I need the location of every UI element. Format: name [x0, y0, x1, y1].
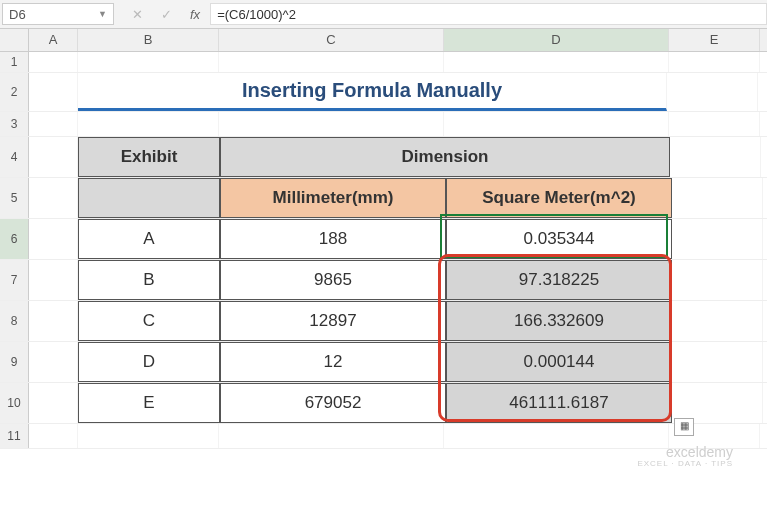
table-cell-mm[interactable]: 12897	[220, 301, 446, 341]
cell[interactable]	[672, 383, 763, 423]
cell[interactable]	[29, 301, 78, 341]
header-millimeter[interactable]: Millimeter(mm)	[220, 178, 446, 218]
name-box[interactable]: D6 ▼	[2, 3, 114, 25]
table-cell-sq[interactable]: 97.318225	[446, 260, 672, 300]
row-header[interactable]: 2	[0, 73, 29, 111]
cancel-icon[interactable]: ✕	[132, 7, 143, 22]
header-dimension[interactable]: Dimension	[220, 137, 670, 177]
col-header-a[interactable]: A	[29, 29, 78, 51]
cell[interactable]	[29, 52, 78, 72]
cell[interactable]	[672, 178, 763, 218]
cell[interactable]	[78, 112, 219, 136]
table-cell-mm[interactable]: 679052	[220, 383, 446, 423]
formula-input[interactable]: =(C6/1000)^2	[210, 3, 767, 25]
table-cell-mm[interactable]: 12	[220, 342, 446, 382]
cell[interactable]	[29, 424, 78, 448]
row-header[interactable]: 8	[0, 301, 29, 341]
autofill-options-icon[interactable]: ▦	[674, 418, 694, 436]
column-headers: A B C D E	[0, 29, 767, 52]
cell[interactable]	[672, 301, 763, 341]
cell[interactable]	[29, 112, 78, 136]
spreadsheet-grid: A B C D E 1 2 Inserting Formula Manually…	[0, 29, 767, 449]
grid-rows: 1 2 Inserting Formula Manually 3 4	[0, 52, 767, 449]
cell[interactable]	[219, 52, 444, 72]
confirm-icon[interactable]: ✓	[161, 7, 172, 22]
cell[interactable]	[29, 260, 78, 300]
cell[interactable]	[672, 260, 763, 300]
cell[interactable]	[29, 178, 78, 218]
cell[interactable]	[219, 112, 444, 136]
table-cell-exhibit[interactable]: B	[78, 260, 220, 300]
formula-bar-icons: ✕ ✓	[114, 7, 190, 22]
formula-text: =(C6/1000)^2	[217, 7, 296, 22]
table-cell-sq[interactable]: 0.035344	[446, 219, 672, 259]
table-cell-exhibit[interactable]: A	[78, 219, 220, 259]
cell[interactable]	[444, 112, 669, 136]
cell[interactable]	[667, 73, 758, 111]
col-header-b[interactable]: B	[78, 29, 219, 51]
table-cell-mm[interactable]: 188	[220, 219, 446, 259]
header-exhibit[interactable]: Exhibit	[78, 137, 220, 177]
cell[interactable]	[670, 137, 761, 177]
row-header[interactable]: 5	[0, 178, 29, 218]
cell[interactable]	[29, 219, 78, 259]
row-header[interactable]: 11	[0, 424, 29, 448]
table-cell-sq[interactable]: 166.332609	[446, 301, 672, 341]
row-header[interactable]: 3	[0, 112, 29, 136]
row-header[interactable]: 10	[0, 383, 29, 423]
header-exhibit-blank[interactable]	[78, 178, 220, 218]
row-header[interactable]: 7	[0, 260, 29, 300]
row-header[interactable]: 9	[0, 342, 29, 382]
table-cell-exhibit[interactable]: C	[78, 301, 220, 341]
table-cell-sq[interactable]: 461111.6187	[446, 383, 672, 423]
col-header-c[interactable]: C	[219, 29, 444, 51]
table-cell-sq[interactable]: 0.000144	[446, 342, 672, 382]
cell[interactable]	[444, 424, 669, 448]
cell[interactable]	[78, 424, 219, 448]
fx-icon[interactable]: fx	[190, 7, 210, 22]
formula-bar: D6 ▼ ✕ ✓ fx =(C6/1000)^2	[0, 0, 767, 29]
cell[interactable]	[672, 342, 763, 382]
table-cell-exhibit[interactable]: D	[78, 342, 220, 382]
row-header[interactable]: 6	[0, 219, 29, 259]
cell[interactable]	[669, 112, 760, 136]
page-title[interactable]: Inserting Formula Manually	[78, 73, 667, 111]
cell[interactable]	[29, 137, 78, 177]
table-cell-exhibit[interactable]: E	[78, 383, 220, 423]
col-header-e[interactable]: E	[669, 29, 760, 51]
cell[interactable]	[78, 52, 219, 72]
cell[interactable]	[219, 424, 444, 448]
row-header[interactable]: 1	[0, 52, 29, 72]
cell[interactable]	[29, 73, 78, 111]
cell[interactable]	[669, 52, 760, 72]
table-cell-mm[interactable]: 9865	[220, 260, 446, 300]
row-header[interactable]: 4	[0, 137, 29, 177]
name-box-value: D6	[9, 7, 26, 22]
header-square-meter[interactable]: Square Meter(m^2)	[446, 178, 672, 218]
cell[interactable]	[29, 383, 78, 423]
chevron-down-icon[interactable]: ▼	[98, 9, 107, 19]
cell[interactable]	[29, 342, 78, 382]
cell[interactable]	[672, 219, 763, 259]
watermark-sub: EXCEL · DATA · TIPS	[637, 460, 733, 469]
col-header-d[interactable]: D	[444, 29, 669, 51]
cell[interactable]	[444, 52, 669, 72]
select-all-corner[interactable]	[0, 29, 29, 51]
